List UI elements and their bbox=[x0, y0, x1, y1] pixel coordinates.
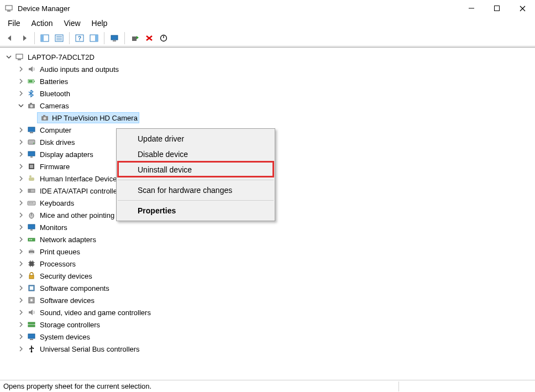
context-disable-device[interactable]: Disable device bbox=[117, 147, 275, 162]
svg-point-48 bbox=[30, 202, 32, 203]
chevron-right-icon[interactable] bbox=[17, 247, 25, 256]
tree-node-label: Computer bbox=[40, 126, 71, 134]
tree-node[interactable]: System devices bbox=[4, 331, 533, 343]
toolbar-divider bbox=[34, 32, 35, 44]
context-properties[interactable]: Properties bbox=[117, 203, 275, 218]
titlebar: Device Manager bbox=[0, 0, 535, 17]
chevron-right-icon[interactable] bbox=[17, 186, 25, 195]
tree-node-label: Network adapters bbox=[40, 236, 96, 244]
tree-node[interactable]: Batteries bbox=[4, 75, 533, 87]
tree-node[interactable]: Print queues bbox=[4, 245, 533, 258]
context-separator bbox=[118, 200, 274, 201]
chevron-right-icon[interactable] bbox=[17, 89, 25, 98]
chevron-right-icon[interactable] bbox=[17, 235, 25, 244]
tree-node-label: Processors bbox=[40, 260, 76, 268]
security-icon bbox=[27, 271, 36, 281]
svg-rect-37 bbox=[28, 151, 35, 156]
uninstall-device-button[interactable] bbox=[143, 32, 156, 45]
chevron-right-icon[interactable] bbox=[17, 150, 25, 159]
toolbar: ? bbox=[0, 30, 535, 46]
tree-node[interactable]: Software components bbox=[4, 282, 533, 294]
context-uninstall-device[interactable]: Uninstall device bbox=[117, 162, 275, 177]
chevron-right-icon[interactable] bbox=[17, 126, 25, 134]
computer-icon bbox=[27, 125, 36, 135]
chevron-down-icon[interactable] bbox=[17, 101, 25, 110]
statusbar-divider bbox=[398, 381, 399, 391]
tree-node[interactable]: Software devices bbox=[4, 294, 533, 306]
chevron-right-icon[interactable] bbox=[17, 174, 25, 183]
tree-node-label: Cameras bbox=[40, 102, 69, 110]
chevron-right-icon[interactable] bbox=[17, 211, 25, 219]
mouse-icon bbox=[27, 210, 36, 220]
disable-device-button[interactable] bbox=[157, 32, 170, 45]
toolbar-divider bbox=[124, 32, 125, 44]
context-update-driver[interactable]: Update driver bbox=[117, 131, 275, 147]
tree-root[interactable]: LAPTOP-7ADCLT2D bbox=[4, 51, 533, 63]
scan-hardware-button[interactable] bbox=[108, 32, 121, 45]
show-action-pane-button[interactable] bbox=[87, 32, 101, 45]
svg-rect-22 bbox=[16, 54, 23, 59]
tree-node-label: Storage controllers bbox=[40, 321, 100, 329]
context-separator bbox=[118, 180, 274, 180]
chevron-right-icon[interactable] bbox=[17, 332, 25, 341]
chevron-right-icon[interactable] bbox=[17, 198, 25, 207]
tree-node[interactable]: Monitors bbox=[4, 221, 533, 233]
statusbar: Opens property sheet for the current sel… bbox=[0, 380, 535, 392]
monitor-icon bbox=[27, 222, 36, 232]
tree-node-label: Sound, video and game controllers bbox=[40, 309, 151, 317]
chevron-right-icon[interactable] bbox=[17, 344, 25, 353]
tree-node[interactable]: Network adapters bbox=[4, 233, 533, 245]
tree-node[interactable]: Storage controllers bbox=[4, 318, 533, 331]
tree-node[interactable]: Audio inputs and outputs bbox=[4, 63, 533, 75]
chevron-right-icon[interactable] bbox=[17, 320, 25, 329]
expander-placeholder bbox=[29, 113, 38, 122]
show-hide-console-tree-button[interactable] bbox=[38, 32, 51, 45]
menu-action[interactable]: Action bbox=[27, 18, 57, 29]
chevron-right-icon[interactable] bbox=[17, 259, 25, 268]
properties-toolbar-button[interactable] bbox=[53, 32, 66, 45]
update-driver-button[interactable] bbox=[128, 32, 141, 45]
chevron-right-icon[interactable] bbox=[17, 77, 25, 86]
statusbar-text: Opens property sheet for the current sel… bbox=[3, 382, 151, 390]
back-button[interactable] bbox=[3, 32, 17, 45]
svg-rect-69 bbox=[29, 275, 34, 279]
tree-node-label: Universal Serial Bus controllers bbox=[40, 345, 140, 353]
tree-node-label: Batteries bbox=[40, 77, 68, 86]
chevron-right-icon[interactable] bbox=[17, 162, 25, 171]
help-button[interactable]: ? bbox=[73, 32, 86, 45]
disk-icon bbox=[27, 137, 36, 147]
tree-root-label: LAPTOP-7ADCLT2D bbox=[28, 53, 95, 61]
menu-view[interactable]: View bbox=[59, 18, 85, 29]
menu-help[interactable]: Help bbox=[87, 18, 112, 29]
tree-node[interactable]: Bluetooth bbox=[4, 87, 533, 100]
svg-point-47 bbox=[29, 202, 30, 203]
tree-leaf-label: HP TrueVision HD Camera bbox=[52, 114, 138, 122]
tree-node[interactable]: Universal Serial Bus controllers bbox=[4, 343, 533, 355]
chevron-right-icon[interactable] bbox=[17, 271, 25, 280]
tree-node[interactable]: Processors bbox=[4, 258, 533, 270]
tree-node-label: Disk drives bbox=[40, 138, 75, 147]
chevron-down-icon[interactable] bbox=[4, 53, 13, 61]
chevron-right-icon[interactable] bbox=[17, 284, 25, 292]
menu-file[interactable]: File bbox=[3, 18, 25, 29]
chevron-right-icon[interactable] bbox=[17, 296, 25, 305]
chevron-right-icon[interactable] bbox=[17, 65, 25, 74]
tree-leaf-selected[interactable]: HP TrueVision HD Camera bbox=[4, 112, 533, 124]
svg-point-56 bbox=[31, 239, 32, 241]
svg-rect-77 bbox=[30, 339, 33, 340]
tree-node-label: Security devices bbox=[40, 272, 92, 280]
close-button[interactable] bbox=[510, 0, 535, 17]
context-scan-hardware[interactable]: Scan for hardware changes bbox=[117, 182, 275, 198]
chevron-right-icon[interactable] bbox=[17, 138, 25, 147]
chevron-right-icon[interactable] bbox=[17, 223, 25, 232]
software-icon bbox=[27, 283, 36, 293]
tree-node[interactable]: Sound, video and game controllers bbox=[4, 306, 533, 318]
tree-node[interactable]: Cameras bbox=[4, 100, 533, 112]
chevron-right-icon[interactable] bbox=[17, 308, 25, 317]
svg-rect-15 bbox=[95, 35, 98, 41]
tree-node[interactable]: Security devices bbox=[4, 270, 533, 282]
storage-icon bbox=[27, 320, 36, 330]
forward-button[interactable] bbox=[18, 32, 31, 45]
maximize-button[interactable] bbox=[484, 0, 510, 17]
minimize-button[interactable] bbox=[459, 0, 484, 17]
